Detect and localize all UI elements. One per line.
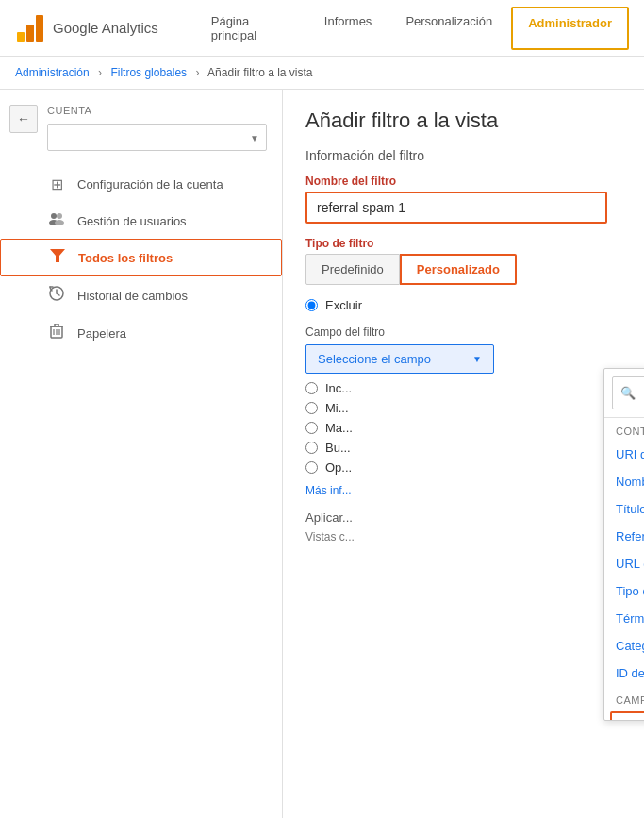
radio-mayuscula: Ma... — [305, 421, 621, 435]
filter-type-label: Tipo de filtro — [305, 237, 621, 250]
dropdown-search-area: 🔍 — [604, 369, 644, 418]
sidebar-item-todos-filtros[interactable]: Todos los filtros — [0, 239, 282, 276]
breadcrumb-filtros[interactable]: Filtros globales — [110, 66, 187, 79]
svg-point-4 — [57, 213, 62, 219]
radio-minuscula-input[interactable] — [305, 402, 318, 414]
content-area: Añadir filtro a la vista Información del… — [283, 90, 644, 818]
dropdown-item-tipo-hit[interactable]: Tipo de hit — [604, 577, 644, 605]
nav-pagina-principal[interactable]: Página principal — [196, 7, 305, 50]
radio-incluir: Inc... — [305, 381, 621, 395]
historial-icon — [47, 286, 66, 305]
radio-opciones: Op... — [305, 460, 621, 475]
filter-name-label: Nombre del filtro — [305, 175, 621, 188]
svg-marker-7 — [50, 249, 65, 262]
breadcrumb-sep-2: › — [195, 66, 199, 79]
filter-name-input[interactable] — [305, 192, 607, 224]
dropdown-item-nombre-host[interactable]: Nombre del host — [604, 468, 644, 495]
aplicar-label: Aplicar... — [305, 510, 353, 525]
vistas-label: Vistas c... — [305, 530, 621, 543]
breadcrumb-sep-1: › — [98, 66, 102, 79]
dropdown-category-campana: CAMPAÑA O GRUPO DE ANUNCIOS — [604, 687, 644, 709]
filter-name-field: Nombre del filtro — [305, 175, 621, 224]
header: Google Analytics Página principal Inform… — [0, 0, 644, 57]
radio-opciones-label: Op... — [325, 460, 352, 475]
logo-icon — [15, 13, 45, 43]
breadcrumb-current: Añadir filtro a la vista — [207, 66, 312, 79]
filter-btn-personalizado[interactable]: Personalizado — [400, 254, 517, 285]
account-select-wrapper[interactable] — [47, 124, 267, 151]
dropdown-item-fuente-campana[interactable]: Fuente de la campaña — [610, 711, 644, 720]
filter-type-section: Tipo de filtro Predefinido Personalizado — [305, 237, 621, 285]
nav-personalizacion[interactable]: Personalización — [390, 7, 507, 50]
radio-incluir-label: Inc... — [325, 381, 352, 395]
radio-buscar-label: Bu... — [325, 441, 351, 455]
campo-label: Campo del filtro — [305, 326, 621, 339]
mas-info-link[interactable]: Más inf... — [305, 484, 621, 497]
cuenta-label: CUENTA — [0, 105, 282, 124]
radio-opciones-input[interactable] — [305, 461, 318, 474]
sidebar-item-historial[interactable]: Historial de cambios — [0, 276, 282, 314]
radio-buscar: Bu... — [305, 441, 621, 455]
main-layout: ← CUENTA ⊞ Configuración de la cuenta Ge… — [0, 90, 644, 818]
aplicar-section: Aplicar... Vistas c... — [305, 510, 621, 543]
filter-btn-predefinido[interactable]: Predefinido — [305, 254, 400, 285]
svg-rect-0 — [17, 32, 25, 42]
radio-mayuscula-input[interactable] — [305, 422, 318, 434]
sidebar-item-label-filtros: Todos los filtros — [78, 251, 173, 265]
radio-excluir: Excluir — [305, 298, 621, 312]
sidebar-item-label-historial: Historial de cambios — [77, 289, 188, 303]
search-magnifier-icon: 🔍 — [620, 386, 636, 400]
papelera-icon — [47, 324, 66, 342]
filter-type-buttons: Predefinido Personalizado — [305, 254, 621, 285]
account-select[interactable] — [47, 124, 267, 151]
radio-minuscula: Mi... — [305, 401, 621, 415]
dropdown-item-id-seguimiento[interactable]: ID de seguimiento de la propiedad fuente — [604, 659, 644, 687]
dropdown-panel: 🔍 CONTENIDO Y TRÁFICO URI de la solicitu… — [603, 368, 644, 721]
campo-select-button[interactable]: Seleccione el campo ▼ — [305, 344, 494, 374]
svg-point-3 — [51, 213, 57, 219]
breadcrumb: Administración › Filtros globales › Añad… — [0, 57, 644, 90]
breadcrumb-administracion[interactable]: Administración — [15, 66, 90, 79]
nav-bar: Página principal Informes Personalizació… — [196, 7, 629, 50]
sidebar-item-label-gestion: Gestión de usuarios — [77, 214, 187, 228]
back-button[interactable]: ← — [9, 105, 38, 133]
dropdown-item-referencia[interactable]: Referencia — [604, 523, 644, 550]
campo-section: Campo del filtro Seleccione el campo ▼ — [305, 326, 621, 374]
nav-informes[interactable]: Informes — [309, 7, 388, 50]
campo-select-arrow: ▼ — [472, 354, 482, 364]
campo-select-label: Seleccione el campo — [318, 352, 431, 366]
dropdown-category-contenido: CONTENIDO Y TRÁFICO — [604, 418, 644, 441]
sidebar-item-label-papelera: Papelera — [77, 326, 126, 341]
filter-info-label: Información del filtro — [305, 148, 621, 163]
page-title: Añadir filtro a la vista — [305, 109, 621, 133]
radio-excluir-input[interactable] — [305, 299, 318, 311]
dropdown-item-url-destino[interactable]: URL de destino de la campaña — [604, 550, 644, 577]
sidebar-item-config-cuenta[interactable]: ⊞ Configuración de la cuenta — [0, 166, 282, 203]
sidebar-item-papelera[interactable]: Papelera — [0, 314, 282, 352]
gestion-usuarios-icon — [47, 212, 66, 229]
svg-point-6 — [55, 220, 64, 225]
radio-excluir-label: Excluir — [325, 298, 362, 312]
dropdown-list: CONTENIDO Y TRÁFICO URI de la solicitud … — [604, 418, 644, 720]
radio-minuscula-label: Mi... — [325, 401, 349, 415]
radio-mayuscula-label: Ma... — [325, 421, 353, 435]
sidebar-item-label-config: Configuración de la cuenta — [77, 177, 223, 192]
config-cuenta-icon: ⊞ — [47, 175, 66, 193]
sidebar-item-gestion-usuarios[interactable]: Gestión de usuarios — [0, 203, 282, 239]
radio-incluir-input[interactable] — [305, 382, 318, 394]
dropdown-item-termino-busqueda[interactable]: Término de búsqueda — [604, 605, 644, 632]
logo-text: Google Analytics — [53, 20, 158, 36]
search-wrapper: 🔍 — [612, 376, 644, 409]
dropdown-item-categoria-busqueda[interactable]: Categoría de búsquedas en el sitio — [604, 632, 644, 659]
nav-administrador[interactable]: Administrador — [511, 7, 629, 50]
todos-filtros-icon — [48, 249, 67, 266]
svg-rect-1 — [26, 25, 34, 42]
radio-buscar-input[interactable] — [305, 442, 318, 454]
dropdown-item-titulo-pagina[interactable]: Título de la página — [604, 495, 644, 523]
logo-area: Google Analytics — [15, 13, 158, 43]
svg-rect-2 — [36, 15, 43, 42]
radio-group: Excluir Campo del filtro Seleccione el c… — [305, 298, 621, 475]
dropdown-item-uri[interactable]: URI de la solicitud — [604, 441, 644, 468]
sidebar: ← CUENTA ⊞ Configuración de la cuenta Ge… — [0, 90, 283, 818]
